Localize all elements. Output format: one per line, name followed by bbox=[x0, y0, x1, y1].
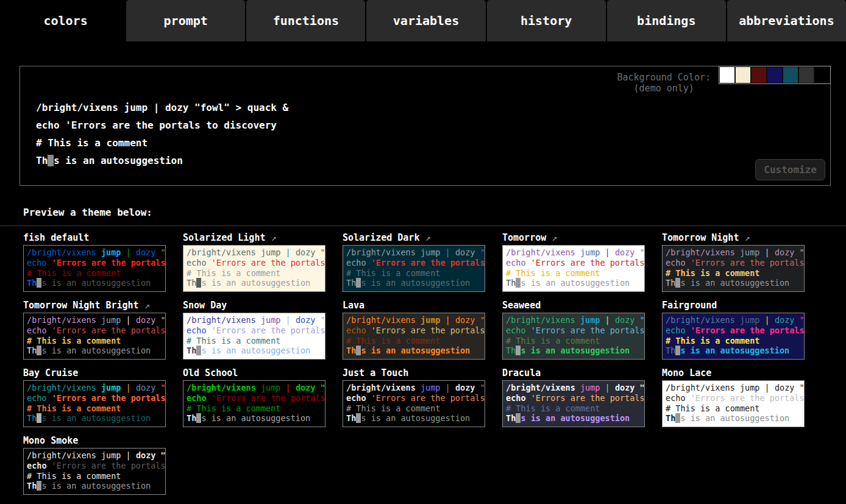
theme-card-dracula[interactable]: Dracula/bright/vixens jump | dozy "echo … bbox=[502, 367, 645, 427]
sample-token-path: /bright/vixens bbox=[187, 315, 256, 325]
theme-title-solarized-dark[interactable]: Solarized Dark ↗ bbox=[343, 232, 485, 245]
sample-line-command: /bright/vixens jump | dozy " bbox=[27, 450, 162, 461]
background-swatch-4[interactable] bbox=[767, 67, 782, 83]
background-swatch-strip bbox=[719, 66, 831, 84]
sample-token-command2: dozy bbox=[136, 315, 156, 325]
sample-token-path: /bright/vixens bbox=[666, 383, 735, 392]
theme-card-just-a-touch[interactable]: Just a Touch/bright/vixens jump | dozy "… bbox=[343, 367, 485, 427]
sample-token-comment: # This is a comment bbox=[27, 268, 121, 278]
theme-preview-fish-default[interactable]: /bright/vixens jump | dozy "echo 'Errors… bbox=[23, 245, 166, 292]
theme-preview-solarized-light[interactable]: /bright/vixens jump | dozy "echo 'Errors… bbox=[183, 245, 325, 292]
sample-token-path: /bright/vixens bbox=[27, 383, 96, 392]
theme-preview-tomorrow[interactable]: /bright/vixens jump | dozy "echo 'Errors… bbox=[502, 245, 645, 292]
sample-line-command: /bright/vixens jump | dozy " bbox=[27, 383, 162, 393]
sample-line-string: echo 'Errors are the portals bbox=[666, 258, 801, 268]
theme-card-old-school[interactable]: Old School/bright/vixens jump | dozy "ec… bbox=[183, 367, 325, 427]
sample-token-echo: echo bbox=[666, 393, 686, 403]
theme-card-solarized-light[interactable]: Solarized Light ↗/bright/vixens jump | d… bbox=[183, 232, 325, 292]
tab-colors[interactable]: colors bbox=[6, 0, 125, 41]
sample-token-param: jump bbox=[580, 247, 600, 257]
theme-card-tomorrow-night-bright[interactable]: Tomorrow Night Bright ↗/bright/vixens ju… bbox=[23, 300, 166, 360]
background-swatch-5[interactable] bbox=[783, 67, 798, 83]
theme-card-mono-smoke[interactable]: Mono Smoke/bright/vixens jump | dozy "ec… bbox=[23, 435, 166, 495]
sample-token-comment: # This is a comment bbox=[27, 336, 121, 346]
theme-card-fairground[interactable]: Fairground/bright/vixens jump | dozy "ec… bbox=[662, 300, 805, 360]
sample-line-command: /bright/vixens jump | dozy " bbox=[666, 383, 801, 393]
sample-line-string: echo 'Errors are the portals bbox=[506, 393, 641, 403]
theme-card-mono-lace[interactable]: Mono Lace/bright/vixens jump | dozy "ech… bbox=[662, 367, 805, 427]
sample-token-pipe: | bbox=[126, 247, 131, 257]
theme-card-solarized-dark[interactable]: Solarized Dark ↗/bright/vixens jump | do… bbox=[343, 232, 485, 292]
background-swatch-6[interactable] bbox=[799, 67, 814, 83]
theme-preview-dracula[interactable]: /bright/vixens jump | dozy "echo 'Errors… bbox=[502, 380, 645, 427]
background-swatch-1[interactable] bbox=[720, 67, 734, 83]
sample-token-suggestion: s is an autosuggestion bbox=[521, 346, 630, 355]
theme-preview-mono-smoke[interactable]: /bright/vixens jump | dozy "echo 'Errors… bbox=[23, 448, 166, 495]
theme-preview-just-a-touch[interactable]: /bright/vixens jump | dozy "echo 'Errors… bbox=[343, 380, 485, 427]
sample-token-param: jump bbox=[261, 247, 281, 257]
sample-token-echo: echo bbox=[346, 258, 366, 268]
tab-abbreviations[interactable]: abbreviations bbox=[727, 0, 846, 41]
sample-token-typed: Th bbox=[346, 346, 356, 355]
theme-title-tomorrow[interactable]: Tomorrow ↗ bbox=[502, 232, 645, 245]
external-link-icon: ↗ bbox=[139, 300, 150, 311]
theme-preview-old-school[interactable]: /bright/vixens jump | dozy "echo 'Errors… bbox=[183, 380, 325, 427]
sample-line-autosuggestion: This is an autosuggestion bbox=[666, 346, 801, 356]
theme-preview-snow-day[interactable]: /bright/vixens jump | dozy "echo 'Errors… bbox=[183, 313, 325, 360]
sample-token-quote: " bbox=[480, 383, 485, 392]
sample-token-comment: # This is a comment bbox=[506, 336, 600, 346]
theme-preview-lava[interactable]: /bright/vixens jump | dozy "echo 'Errors… bbox=[343, 313, 485, 360]
sample-token-quote: " bbox=[640, 315, 645, 325]
sample-line-string: echo 'Errors are the portals bbox=[187, 258, 322, 268]
sample-token-typed: Th bbox=[506, 346, 516, 355]
theme-preview-seaweed[interactable]: /bright/vixens jump | dozy "echo 'Errors… bbox=[502, 313, 645, 360]
theme-preview-tomorrow-night[interactable]: /bright/vixens jump | dozy "echo 'Errors… bbox=[662, 245, 805, 292]
terminal-line-2: echo 'Errors are the portals to discover… bbox=[36, 116, 830, 134]
theme-card-seaweed[interactable]: Seaweed/bright/vixens jump | dozy "echo … bbox=[502, 300, 645, 360]
background-swatch-2[interactable] bbox=[736, 67, 750, 83]
sample-line-string: echo 'Errors are the portals bbox=[346, 325, 482, 336]
theme-preview-mono-lace[interactable]: /bright/vixens jump | dozy "echo 'Errors… bbox=[662, 380, 805, 427]
terminal-typed-text: Th bbox=[36, 155, 48, 166]
tab-prompt[interactable]: prompt bbox=[126, 0, 245, 41]
sample-token-typed: Th bbox=[346, 278, 356, 288]
theme-title-tomorrow-night-bright[interactable]: Tomorrow Night Bright ↗ bbox=[23, 300, 166, 313]
theme-card-tomorrow[interactable]: Tomorrow ↗/bright/vixens jump | dozy "ec… bbox=[502, 232, 645, 292]
sample-token-command2: dozy bbox=[296, 315, 316, 325]
theme-preview-fairground[interactable]: /bright/vixens jump | dozy "echo 'Errors… bbox=[662, 313, 805, 360]
tab-functions[interactable]: functions bbox=[246, 0, 365, 41]
tab-history[interactable]: history bbox=[487, 0, 606, 41]
sample-line-autosuggestion: This is an autosuggestion bbox=[666, 413, 801, 424]
customize-button[interactable]: Customize bbox=[755, 159, 825, 180]
background-swatch-3[interactable] bbox=[752, 67, 766, 83]
sample-token-comment: # This is a comment bbox=[187, 268, 280, 278]
theme-title-solarized-light[interactable]: Solarized Light ↗ bbox=[183, 232, 325, 245]
theme-preview-bay-cruise[interactable]: /bright/vixens jump | dozy "echo 'Errors… bbox=[23, 380, 166, 427]
sample-token-pipe: | bbox=[286, 247, 291, 257]
theme-card-fish-default[interactable]: fish default/bright/vixens jump | dozy "… bbox=[23, 232, 166, 292]
theme-preview-solarized-dark[interactable]: /bright/vixens jump | dozy "echo 'Errors… bbox=[343, 245, 485, 292]
sample-token-command2: dozy bbox=[615, 247, 635, 257]
sample-token-pipe: | bbox=[765, 247, 770, 257]
tab-variables[interactable]: variables bbox=[366, 0, 485, 41]
sample-token-typed: Th bbox=[666, 413, 675, 423]
sample-token-string: 'Errors are the portals bbox=[371, 393, 485, 403]
sample-token-path: /bright/vixens bbox=[666, 315, 735, 325]
sample-token-comment: # This is a comment bbox=[346, 336, 440, 346]
sample-token-echo: echo bbox=[346, 325, 366, 335]
theme-card-snow-day[interactable]: Snow Day/bright/vixens jump | dozy "echo… bbox=[183, 300, 325, 360]
theme-preview-tomorrow-night-bright[interactable]: /bright/vixens jump | dozy "echo 'Errors… bbox=[23, 313, 166, 360]
sample-line-command: /bright/vixens jump | dozy " bbox=[666, 315, 801, 325]
theme-card-bay-cruise[interactable]: Bay Cruise/bright/vixens jump | dozy "ec… bbox=[23, 367, 166, 427]
theme-card-tomorrow-night[interactable]: Tomorrow Night ↗/bright/vixens jump | do… bbox=[662, 232, 805, 292]
background-color-label: Background Color: (demo only) bbox=[617, 72, 711, 94]
theme-title-tomorrow-night[interactable]: Tomorrow Night ↗ bbox=[662, 232, 805, 245]
external-link-icon: ↗ bbox=[265, 232, 276, 243]
sample-token-string: 'Errors are the portals bbox=[52, 393, 166, 403]
background-swatch-7[interactable] bbox=[815, 67, 830, 83]
external-link-icon: ↗ bbox=[546, 232, 557, 243]
tab-bindings[interactable]: bindings bbox=[607, 0, 726, 41]
theme-card-lava[interactable]: Lava/bright/vixens jump | dozy "echo 'Er… bbox=[343, 300, 485, 360]
sample-line-comment: # This is a comment bbox=[27, 336, 162, 346]
sample-line-command: /bright/vixens jump | dozy " bbox=[346, 315, 482, 325]
